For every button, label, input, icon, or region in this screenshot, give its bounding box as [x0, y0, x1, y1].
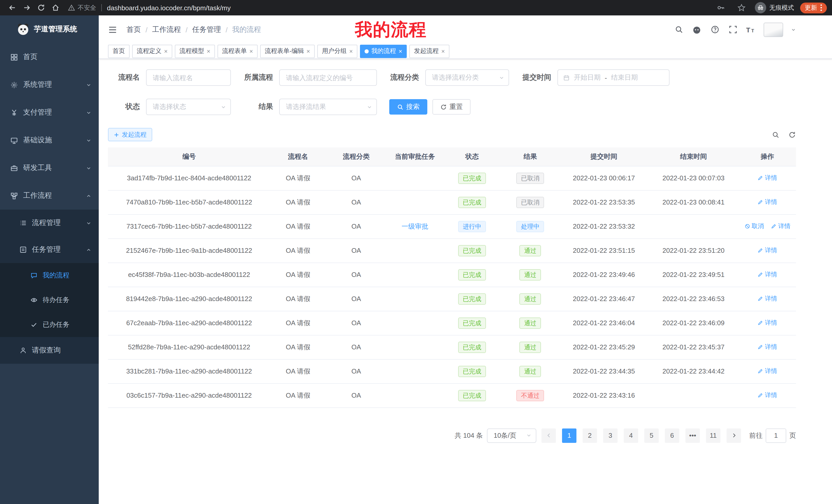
- search-button[interactable]: 搜索: [389, 99, 427, 115]
- update-button[interactable]: 更新: [800, 2, 827, 13]
- help-icon[interactable]: [710, 24, 720, 35]
- detail-link[interactable]: 详情: [758, 295, 777, 303]
- detail-link[interactable]: 详情: [758, 174, 777, 183]
- back-icon[interactable]: [5, 2, 20, 14]
- close-tab-icon[interactable]: ×: [441, 48, 445, 54]
- home-icon[interactable]: [48, 2, 63, 14]
- github-icon[interactable]: [692, 24, 702, 35]
- sidebar-item-leave-query[interactable]: 请假查询: [0, 337, 99, 364]
- font-size-icon[interactable]: TT: [746, 24, 756, 35]
- next-page-button[interactable]: [727, 428, 741, 443]
- cell-id: 331bc281-7b9a-11ec-a290-acde48001122: [108, 359, 270, 383]
- cell-submit-time: 2022-01-22 23:46:04: [560, 311, 648, 335]
- close-tab-icon[interactable]: ×: [207, 48, 210, 54]
- start-process-button[interactable]: 发起流程: [108, 128, 152, 141]
- process-name-input[interactable]: [146, 69, 231, 86]
- detail-link[interactable]: 详情: [758, 270, 777, 279]
- tab-my-process[interactable]: 我的流程×: [360, 45, 407, 58]
- col-header-submit-time: 提交时间: [560, 147, 648, 166]
- status-badge: 已完成: [458, 172, 486, 184]
- page-button-4[interactable]: 4: [624, 428, 638, 443]
- col-header-id: 编号: [108, 147, 270, 166]
- sidebar-item-done-tasks[interactable]: 已办任务: [0, 312, 99, 337]
- table-row: 2152467e-7b9b-11ec-9a1b-acde48001122 OA …: [108, 239, 796, 262]
- show-search-icon[interactable]: [771, 131, 780, 139]
- sidebar-item-infrastructure[interactable]: 基础设施: [0, 127, 99, 154]
- close-tab-icon[interactable]: ×: [250, 48, 253, 54]
- chevron-down-icon: [86, 82, 92, 88]
- close-tab-icon[interactable]: ×: [307, 48, 310, 54]
- close-tab-icon[interactable]: ×: [349, 48, 353, 54]
- page-ellipsis[interactable]: •••: [685, 428, 700, 443]
- process-definition-input[interactable]: [279, 69, 377, 86]
- page-size-select[interactable]: 10条/页: [487, 428, 536, 443]
- detail-link[interactable]: 详情: [758, 367, 777, 375]
- breadcrumb-item[interactable]: 首页: [127, 25, 141, 34]
- tab-process-form[interactable]: 流程表单×: [217, 45, 258, 58]
- process-name-label: 流程名: [108, 73, 146, 82]
- cancel-link[interactable]: 取消: [744, 222, 764, 231]
- reload-icon[interactable]: [34, 2, 48, 14]
- cell-current-task: [387, 383, 443, 408]
- fullscreen-icon[interactable]: [728, 24, 738, 35]
- address-bar[interactable]: dashboard.yudao.iocoder.cn/bpm/task/my: [107, 4, 231, 11]
- tab-start-process[interactable]: 发起流程×: [409, 45, 449, 58]
- detail-link[interactable]: 详情: [758, 391, 777, 400]
- detail-link[interactable]: 详情: [758, 343, 777, 352]
- jump-page-input[interactable]: [766, 428, 786, 443]
- avatar-chevron-down-icon[interactable]: [791, 27, 796, 32]
- page-button-2[interactable]: 2: [582, 428, 597, 443]
- status-label: 状态: [108, 102, 146, 111]
- close-tab-icon[interactable]: ×: [398, 48, 402, 54]
- tab-user-group[interactable]: 用户分组×: [317, 45, 357, 58]
- incognito-badge[interactable]: 无痕模式: [755, 2, 794, 13]
- tab-process-form-edit[interactable]: 流程表单-编辑×: [260, 45, 315, 58]
- page-button-6[interactable]: 6: [665, 428, 679, 443]
- sidebar-item-process-management[interactable]: 流程管理: [0, 209, 99, 236]
- date-range-picker[interactable]: 开始日期 - 结束日期: [557, 69, 670, 86]
- bookmark-star-icon[interactable]: [734, 2, 749, 14]
- current-task-link[interactable]: 一级审批: [401, 222, 428, 231]
- sidebar-item-payment[interactable]: 支付管理: [0, 99, 99, 127]
- reset-button[interactable]: 重置: [433, 99, 470, 115]
- page-button-3[interactable]: 3: [603, 428, 618, 443]
- tab-process-model[interactable]: 流程模型×: [175, 45, 215, 58]
- sidebar-item-devtools[interactable]: 研发工具: [0, 154, 99, 182]
- header-bar: 首页 / 工作流程 / 任务管理 / 我的流程 我的流程: [99, 16, 832, 44]
- status-select[interactable]: 请选择状态: [146, 99, 231, 115]
- prev-page-button[interactable]: [542, 428, 556, 443]
- refresh-table-icon[interactable]: [788, 131, 796, 139]
- sidebar-item-my-process[interactable]: 我的流程: [0, 263, 99, 288]
- menu-dots-icon: [820, 4, 822, 11]
- key-icon[interactable]: [714, 2, 728, 14]
- user-avatar[interactable]: [763, 22, 783, 37]
- page-button-1[interactable]: 1: [562, 428, 576, 443]
- page-button-11[interactable]: 11: [706, 428, 721, 443]
- close-tab-icon[interactable]: ×: [164, 48, 167, 54]
- search-icon[interactable]: [674, 24, 684, 35]
- result-select[interactable]: 请选择流结果: [279, 99, 377, 115]
- cell-current-task: [387, 311, 443, 335]
- security-indicator[interactable]: 不安全: [68, 3, 96, 12]
- table-row: 3ad174fb-7b9d-11ec-8404-acde48001122 OA …: [108, 166, 796, 190]
- detail-link[interactable]: 详情: [758, 318, 777, 327]
- col-header-category: 流程分类: [326, 147, 386, 166]
- sidebar-item-task-management[interactable]: 任务管理: [0, 236, 99, 263]
- page-button-5[interactable]: 5: [644, 428, 659, 443]
- process-category-select[interactable]: 请选择流程分类: [425, 69, 509, 86]
- breadcrumb-item[interactable]: 任务管理: [192, 25, 221, 34]
- detail-link[interactable]: 详情: [758, 198, 777, 206]
- detail-link[interactable]: 详情: [758, 246, 777, 255]
- tab-home[interactable]: 首页: [108, 45, 130, 58]
- collapse-sidebar-icon[interactable]: [106, 23, 119, 36]
- sidebar-item-system[interactable]: 系统管理: [0, 71, 99, 99]
- detail-link[interactable]: 详情: [771, 222, 790, 231]
- tab-process-definition[interactable]: 流程定义×: [132, 45, 172, 58]
- breadcrumb-item[interactable]: 工作流程: [152, 25, 181, 34]
- chevron-right-icon: [731, 432, 737, 438]
- forward-icon[interactable]: [20, 2, 34, 14]
- sidebar-item-workflow[interactable]: 工作流程: [0, 182, 99, 209]
- sidebar-item-todo-tasks[interactable]: 待办任务: [0, 288, 99, 312]
- sidebar-item-home[interactable]: 首页: [0, 43, 99, 71]
- app-root: 不安全 dashboard.yudao.iocoder.cn/bpm/task/…: [0, 0, 832, 504]
